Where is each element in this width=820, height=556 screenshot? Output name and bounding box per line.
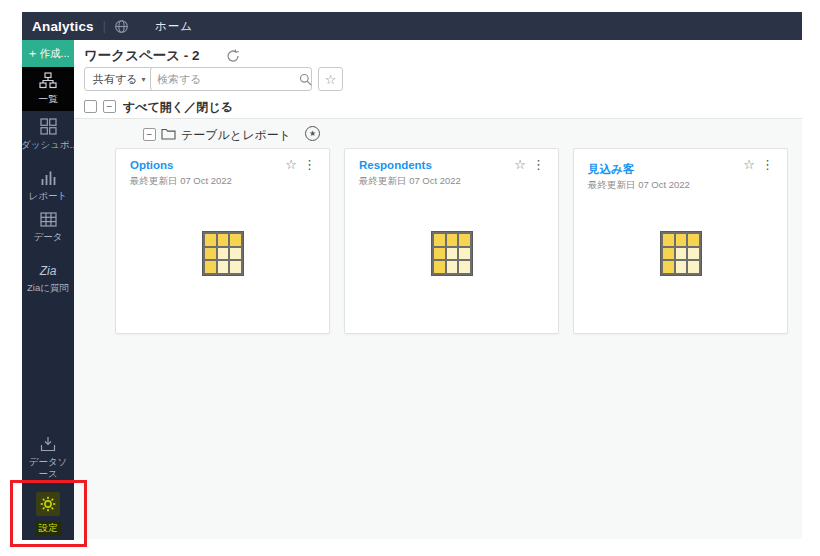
table-card-prospects[interactable]: 見込み客 最終更新日 07 Oct 2022 ☆ ⋮ xyxy=(573,148,788,334)
card-title[interactable]: Respondents xyxy=(359,159,432,171)
table-grid-icon xyxy=(202,231,244,276)
zia-icon: Zia xyxy=(40,264,57,278)
import-tray-icon xyxy=(39,436,57,452)
sitemap-icon xyxy=(39,72,57,89)
card-title[interactable]: Options xyxy=(130,159,173,171)
toggle-all-label[interactable]: すべて開く／閉じる xyxy=(123,99,233,116)
divider: | xyxy=(103,19,106,33)
sidebar-item-label: 一覧 xyxy=(39,93,58,106)
refresh-icon[interactable] xyxy=(226,49,240,63)
card-last-updated: 最終更新日 07 Oct 2022 xyxy=(359,175,461,188)
sidebar-item-label: 設定 xyxy=(35,521,62,536)
sidebar: ＋ 作成... 一覧 ダッシュボ.. xyxy=(22,40,74,540)
table-card-options[interactable]: Options 最終更新日 07 Oct 2022 ☆ ⋮ xyxy=(115,148,330,334)
sidebar-item-label: データソース xyxy=(24,456,72,480)
sidebar-item-reports[interactable]: レポート xyxy=(22,170,74,203)
collapse-all-toggle[interactable]: − xyxy=(103,100,116,113)
sidebar-item-label: Ziaに質問 xyxy=(27,282,69,295)
sidebar-item-data[interactable]: データ xyxy=(22,212,74,244)
card-last-updated: 最終更新日 07 Oct 2022 xyxy=(588,179,690,192)
app-window: Analytics | ホーム ＋ 作成... 一覧 xyxy=(0,0,820,556)
share-label: 共有する xyxy=(93,72,138,87)
sidebar-item-dashboards[interactable]: ダッシュボ.. xyxy=(22,118,74,152)
table-grid-icon xyxy=(660,231,702,276)
page-title: ワークスペース - 2 xyxy=(84,47,200,65)
nav-home[interactable]: ホーム xyxy=(155,19,193,34)
bar-chart-icon xyxy=(40,170,57,186)
kebab-menu-icon[interactable]: ⋮ xyxy=(761,157,774,172)
folder-icon xyxy=(161,127,176,140)
folder-collapse-toggle[interactable]: − xyxy=(143,128,156,141)
star-icon[interactable]: ☆ xyxy=(514,157,526,172)
dashboard-icon xyxy=(40,118,57,135)
select-all-checkbox[interactable] xyxy=(84,100,97,113)
table-grid-icon xyxy=(431,231,473,276)
star-icon: ☆ xyxy=(325,72,337,87)
search-icon[interactable] xyxy=(299,73,312,86)
create-button[interactable]: ＋ 作成... xyxy=(22,40,74,67)
top-bar: Analytics | ホーム xyxy=(22,12,802,40)
table-card-respondents[interactable]: Respondents 最終更新日 07 Oct 2022 ☆ ⋮ xyxy=(344,148,559,334)
card-last-updated: 最終更新日 07 Oct 2022 xyxy=(130,175,232,188)
sidebar-item-settings[interactable]: 設定 xyxy=(22,492,74,536)
gear-icon xyxy=(36,492,60,516)
share-button[interactable]: 共有する ▾ xyxy=(84,67,155,91)
sidebar-item-ask-zia[interactable]: Zia Ziaに質問 xyxy=(22,264,74,295)
folder-name[interactable]: テーブルとレポート xyxy=(181,127,291,144)
sidebar-item-label: データ xyxy=(34,231,63,244)
favorites-filter-button[interactable]: ☆ xyxy=(318,67,343,91)
sidebar-item-label: レポート xyxy=(29,190,68,203)
kebab-menu-icon[interactable]: ⋮ xyxy=(303,157,316,172)
create-label: 作成... xyxy=(40,47,70,61)
brand-logo[interactable]: Analytics xyxy=(32,19,94,34)
sidebar-item-label: ダッシュボ.. xyxy=(21,139,75,152)
chevron-down-icon: ▾ xyxy=(142,75,146,84)
favorite-folder-icon[interactable]: ★ xyxy=(305,126,320,141)
sidebar-item-explorer[interactable]: 一覧 xyxy=(22,67,74,111)
plus-icon: ＋ xyxy=(27,45,39,62)
globe-icon[interactable] xyxy=(114,19,129,34)
table-icon xyxy=(40,212,57,227)
card-title[interactable]: 見込み客 xyxy=(588,162,634,177)
kebab-menu-icon[interactable]: ⋮ xyxy=(532,157,545,172)
search-box xyxy=(150,67,312,91)
star-icon[interactable]: ☆ xyxy=(743,157,755,172)
search-input[interactable] xyxy=(157,73,299,85)
sidebar-item-data-sources[interactable]: データソース xyxy=(22,436,74,480)
star-icon[interactable]: ☆ xyxy=(285,157,297,172)
star-icon: ★ xyxy=(309,129,316,138)
